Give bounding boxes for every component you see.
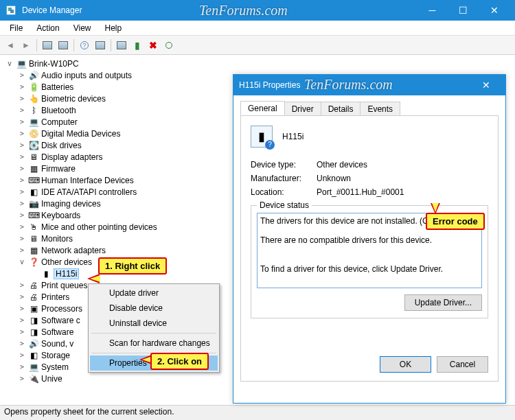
context-menu-item[interactable]: Disable device: [90, 301, 218, 316]
category-icon: ⌨: [28, 210, 39, 221]
category-icon: ᛒ: [28, 105, 39, 116]
category-icon: ◧: [28, 187, 39, 198]
tool-help[interactable]: ?: [77, 38, 92, 53]
category-icon: 🖥: [28, 152, 39, 163]
titlebar: Device Manager ─ ☐ ✕: [0, 0, 515, 21]
category-icon: 🔊: [28, 70, 39, 81]
category-icon: 🖨: [28, 280, 39, 291]
category-icon: 📷: [28, 198, 39, 209]
tab-general[interactable]: General: [240, 101, 285, 115]
tool-2[interactable]: [56, 38, 71, 53]
category-icon: 🔋: [28, 82, 39, 93]
category-icon: ◨: [28, 315, 39, 326]
callout-error-code: Error code: [426, 213, 485, 230]
category-icon: ◧: [28, 350, 39, 361]
tool-back[interactable]: ◄: [3, 38, 18, 53]
tab-driver[interactable]: Driver: [284, 102, 321, 116]
menubar: File Action View Help: [0, 21, 515, 36]
category-icon: 🖱: [28, 222, 39, 233]
callout-click-on: 2. Click on: [150, 353, 209, 370]
device-status-label: Device status: [257, 200, 312, 210]
window-title: Device Manager: [22, 5, 417, 15]
value-type: Other devices: [317, 160, 367, 170]
category-icon: 💻: [28, 117, 39, 128]
update-driver-button[interactable]: Update Driver...: [404, 294, 482, 311]
menu-action[interactable]: Action: [30, 22, 66, 34]
properties-dialog: H115i Properties ✕ General Driver Detail…: [233, 74, 506, 404]
tab-events[interactable]: Events: [360, 102, 400, 116]
computer-icon: 💻: [16, 58, 27, 69]
cancel-button[interactable]: Cancel: [437, 356, 488, 373]
toolbar: ◄ ► ? ▮ ✖: [0, 36, 515, 55]
category-icon: ◨: [28, 327, 39, 338]
tool-4[interactable]: [114, 38, 129, 53]
device-icon: ▮?: [251, 126, 273, 148]
ok-button[interactable]: OK: [380, 356, 431, 373]
value-mfr: Unknown: [317, 174, 351, 183]
tree-root-node[interactable]: v💻Brink-W10PC: [5, 58, 515, 69]
label-loc: Location:: [251, 187, 317, 197]
context-menu-item[interactable]: Uninstall device: [90, 316, 218, 331]
dialog-tabs: General Driver Details Events: [240, 101, 499, 115]
tab-details[interactable]: Details: [321, 102, 361, 116]
category-icon: 🔌: [28, 373, 39, 384]
menu-view[interactable]: View: [67, 22, 98, 34]
category-icon: 💻: [28, 362, 39, 373]
category-icon: 💽: [28, 140, 39, 151]
category-icon: ❓: [28, 257, 39, 268]
tool-fwd[interactable]: ►: [19, 38, 34, 53]
category-icon: ▦: [28, 163, 39, 174]
context-menu-item[interactable]: Update driver: [90, 285, 218, 301]
tool-1[interactable]: [40, 38, 55, 53]
menu-file[interactable]: File: [3, 22, 30, 34]
unknown-device-icon: ▮: [41, 268, 52, 279]
category-icon: 🖥: [28, 233, 39, 244]
callout-right-click: 1. Right click: [98, 257, 167, 275]
category-icon: ⌨: [28, 175, 39, 186]
app-icon: [5, 5, 16, 16]
tab-panel-general: ▮? H115i Device type:Other devices Manuf…: [240, 115, 499, 382]
svg-rect-2: [10, 10, 14, 13]
context-menu-item[interactable]: Scan for hardware changes: [90, 336, 218, 351]
category-icon: 👆: [28, 93, 39, 104]
status-bar: Opens property sheet for the current sel…: [0, 405, 515, 420]
tool-scan[interactable]: ▮: [130, 38, 145, 53]
dialog-close-button[interactable]: ✕: [472, 80, 500, 91]
menu-help[interactable]: Help: [98, 22, 129, 34]
category-icon: 📀: [28, 128, 39, 139]
tool-remove[interactable]: ✖: [146, 38, 161, 53]
category-icon: 🔊: [28, 338, 39, 349]
tool-3[interactable]: [93, 38, 108, 53]
dialog-title: H115i Properties: [239, 80, 472, 90]
label-mfr: Manufacturer:: [251, 174, 317, 183]
label-type: Device type:: [251, 160, 317, 170]
category-icon: ▦: [28, 245, 39, 256]
category-icon: 🖨: [28, 292, 39, 303]
maximize-button[interactable]: ☐: [448, 0, 479, 21]
value-loc: Port_#0011.Hub_#0001: [317, 187, 404, 197]
category-icon: ▣: [28, 303, 39, 314]
minimize-button[interactable]: ─: [417, 0, 448, 21]
close-button[interactable]: ✕: [479, 0, 510, 21]
tool-enable[interactable]: [161, 38, 176, 53]
device-name: H115i: [282, 132, 304, 141]
